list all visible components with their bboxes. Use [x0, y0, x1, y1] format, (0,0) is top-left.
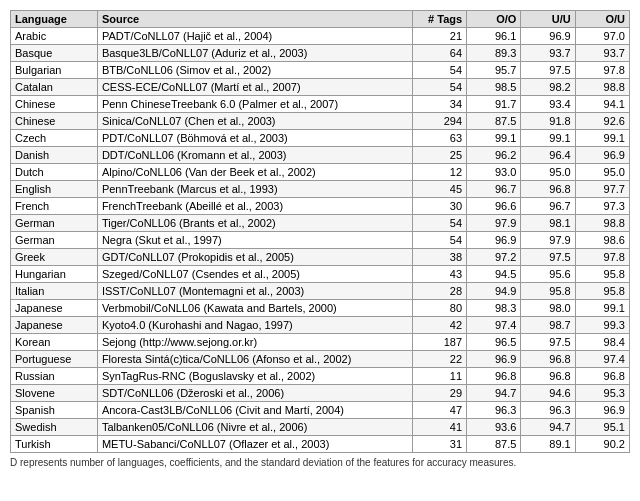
table-cell: METU-Sabanci/CoNLL07 (Oflazer et al., 20…	[97, 436, 412, 453]
table-cell: 45	[412, 181, 466, 198]
table-cell: 41	[412, 419, 466, 436]
table-row: BulgarianBTB/CoNLL06 (Simov et al., 2002…	[11, 62, 630, 79]
table-cell: 98.1	[521, 215, 575, 232]
table-cell: 97.5	[521, 334, 575, 351]
table-cell: 96.9	[521, 28, 575, 45]
header-source: Source	[97, 11, 412, 28]
table-row: HungarianSzeged/CoNLL07 (Csendes et al.,…	[11, 266, 630, 283]
table-cell: Hungarian	[11, 266, 98, 283]
table-cell: Chinese	[11, 113, 98, 130]
table-cell: PDT/CoNLL07 (Böhmová et al., 2003)	[97, 130, 412, 147]
table-cell: 96.3	[521, 402, 575, 419]
table-cell: 12	[412, 164, 466, 181]
table-cell: 87.5	[467, 113, 521, 130]
table-cell: 96.5	[467, 334, 521, 351]
table-cell: 94.1	[575, 96, 629, 113]
table-cell: Japanese	[11, 300, 98, 317]
table-cell: 187	[412, 334, 466, 351]
table-row: PortugueseFloresta Sintá(c)tica/CoNLL06 …	[11, 351, 630, 368]
table-cell: 97.4	[467, 317, 521, 334]
table-cell: 92.6	[575, 113, 629, 130]
table-cell: 98.4	[575, 334, 629, 351]
table-cell: 94.5	[467, 266, 521, 283]
table-cell: 98.3	[467, 300, 521, 317]
table-cell: Tiger/CoNLL06 (Brants et al., 2002)	[97, 215, 412, 232]
table-cell: 21	[412, 28, 466, 45]
table-row: CatalanCESS-ECE/CoNLL07 (Martí et al., 2…	[11, 79, 630, 96]
table-row: KoreanSejong (http://www.sejong.or.kr)18…	[11, 334, 630, 351]
table-cell: 93.7	[575, 45, 629, 62]
table-row: GreekGDT/CoNLL07 (Prokopidis et al., 200…	[11, 249, 630, 266]
table-cell: 99.3	[575, 317, 629, 334]
table-cell: 96.8	[521, 181, 575, 198]
table-cell: 97.8	[575, 249, 629, 266]
table-cell: 96.1	[467, 28, 521, 45]
table-cell: ISST/CoNLL07 (Montemagni et al., 2003)	[97, 283, 412, 300]
table-cell: 95.0	[521, 164, 575, 181]
table-cell: Kyoto4.0 (Kurohashi and Nagao, 1997)	[97, 317, 412, 334]
table-cell: 99.1	[467, 130, 521, 147]
table-row: SpanishAncora-Cast3LB/CoNLL06 (Civit and…	[11, 402, 630, 419]
table-cell: SDT/CoNLL06 (Džeroski et al., 2006)	[97, 385, 412, 402]
table-cell: Negra (Skut et al., 1997)	[97, 232, 412, 249]
table-cell: Turkish	[11, 436, 98, 453]
table-cell: 93.0	[467, 164, 521, 181]
header-language: Language	[11, 11, 98, 28]
table-cell: 94.9	[467, 283, 521, 300]
table-row: RussianSynTagRus-RNC (Boguslavsky et al.…	[11, 368, 630, 385]
table-cell: Talbanken05/CoNLL06 (Nivre et al., 2006)	[97, 419, 412, 436]
table-cell: Szeged/CoNLL07 (Csendes et al., 2005)	[97, 266, 412, 283]
table-cell: 22	[412, 351, 466, 368]
table-cell: 98.6	[575, 232, 629, 249]
table-cell: 96.2	[467, 147, 521, 164]
table-cell: GDT/CoNLL07 (Prokopidis et al., 2005)	[97, 249, 412, 266]
table-cell: 96.9	[467, 232, 521, 249]
table-row: JapaneseVerbmobil/CoNLL06 (Kawata and Ba…	[11, 300, 630, 317]
table-cell: 29	[412, 385, 466, 402]
table-cell: 93.6	[467, 419, 521, 436]
table-cell: 47	[412, 402, 466, 419]
table-cell: 96.9	[467, 351, 521, 368]
table-cell: 96.8	[521, 368, 575, 385]
table-cell: Swedish	[11, 419, 98, 436]
table-cell: 94.6	[521, 385, 575, 402]
table-row: ItalianISST/CoNLL07 (Montemagni et al., …	[11, 283, 630, 300]
table-cell: 99.1	[575, 300, 629, 317]
table-cell: PennTreebank (Marcus et al., 1993)	[97, 181, 412, 198]
table-cell: 54	[412, 232, 466, 249]
table-cell: 96.6	[467, 198, 521, 215]
table-row: CzechPDT/CoNLL07 (Böhmová et al., 2003)6…	[11, 130, 630, 147]
table-cell: 96.7	[521, 198, 575, 215]
table-cell: Floresta Sintá(c)tica/CoNLL06 (Afonso et…	[97, 351, 412, 368]
table-cell: 93.7	[521, 45, 575, 62]
table-row: SloveneSDT/CoNLL06 (Džeroski et al., 200…	[11, 385, 630, 402]
table-cell: 95.8	[575, 283, 629, 300]
table-cell: 89.3	[467, 45, 521, 62]
table-cell: CESS-ECE/CoNLL07 (Martí et al., 2007)	[97, 79, 412, 96]
table-cell: German	[11, 232, 98, 249]
table-cell: 95.7	[467, 62, 521, 79]
table-cell: 89.1	[521, 436, 575, 453]
table-cell: 54	[412, 62, 466, 79]
table-cell: 99.1	[575, 130, 629, 147]
table-cell: Sinica/CoNLL07 (Chen et al., 2003)	[97, 113, 412, 130]
table-cell: 80	[412, 300, 466, 317]
table-cell: BTB/CoNLL06 (Simov et al., 2002)	[97, 62, 412, 79]
table-cell: 34	[412, 96, 466, 113]
table-cell: 98.5	[467, 79, 521, 96]
table-cell: 95.3	[575, 385, 629, 402]
table-cell: 96.7	[467, 181, 521, 198]
table-row: EnglishPennTreebank (Marcus et al., 1993…	[11, 181, 630, 198]
table-cell: 97.5	[521, 62, 575, 79]
table-row: TurkishMETU-Sabanci/CoNLL07 (Oflazer et …	[11, 436, 630, 453]
table-cell: Basque3LB/CoNLL07 (Aduriz et al., 2003)	[97, 45, 412, 62]
table-cell: 87.5	[467, 436, 521, 453]
table-cell: DDT/CoNLL06 (Kromann et al., 2003)	[97, 147, 412, 164]
table-cell: 98.7	[521, 317, 575, 334]
table-cell: 96.9	[575, 402, 629, 419]
table-cell: 96.8	[467, 368, 521, 385]
table-cell: Ancora-Cast3LB/CoNLL06 (Civit and Martí,…	[97, 402, 412, 419]
table-row: ChineseSinica/CoNLL07 (Chen et al., 2003…	[11, 113, 630, 130]
table-row: ChinesePenn ChineseTreebank 6.0 (Palmer …	[11, 96, 630, 113]
table-cell: 97.2	[467, 249, 521, 266]
